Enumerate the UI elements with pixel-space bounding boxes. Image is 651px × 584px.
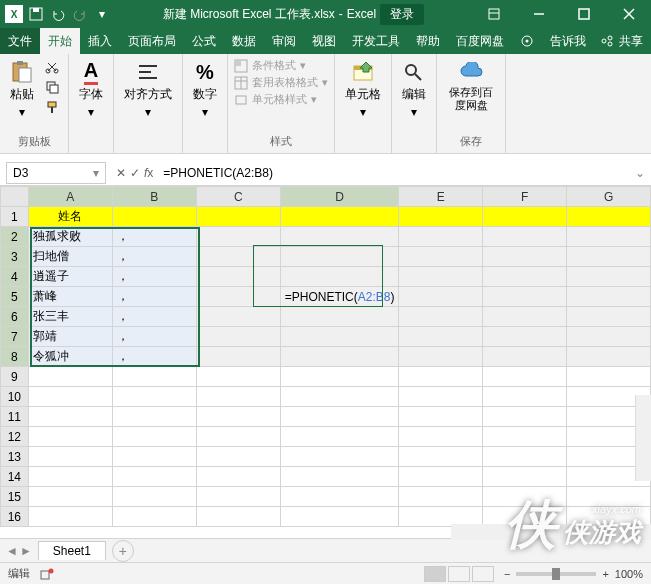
cell[interactable]: [112, 367, 196, 387]
cell[interactable]: [280, 247, 399, 267]
cell[interactable]: [196, 347, 280, 367]
cell[interactable]: [280, 327, 399, 347]
close-icon[interactable]: [606, 0, 651, 28]
cell[interactable]: [280, 267, 399, 287]
cell[interactable]: [196, 367, 280, 387]
cell[interactable]: [196, 507, 280, 527]
cell[interactable]: [196, 427, 280, 447]
tab-view[interactable]: 视图: [304, 28, 344, 54]
row-header[interactable]: 5: [1, 287, 29, 307]
cell[interactable]: [280, 427, 399, 447]
row-header[interactable]: 8: [1, 347, 29, 367]
cell[interactable]: [399, 207, 483, 227]
cell[interactable]: [280, 347, 399, 367]
paste-button[interactable]: 粘贴 ▾: [6, 58, 38, 121]
tab-data[interactable]: 数据: [224, 28, 264, 54]
view-layout-icon[interactable]: [448, 566, 470, 582]
row-header[interactable]: 12: [1, 427, 29, 447]
cell[interactable]: ，: [112, 347, 196, 367]
column-header[interactable]: E: [399, 187, 483, 207]
format-painter-icon[interactable]: [42, 98, 62, 116]
tellme-icon[interactable]: [512, 28, 542, 54]
cell[interactable]: [567, 287, 651, 307]
save-baidu-button[interactable]: 保存到百度网盘: [443, 58, 499, 114]
cell[interactable]: [399, 307, 483, 327]
zoom-in-icon[interactable]: +: [602, 568, 608, 580]
cell[interactable]: [567, 327, 651, 347]
cell[interactable]: [567, 307, 651, 327]
tab-home[interactable]: 开始: [40, 28, 80, 54]
cell[interactable]: [112, 447, 196, 467]
login-button[interactable]: 登录: [380, 4, 424, 25]
cell[interactable]: [28, 447, 112, 467]
row-header[interactable]: 3: [1, 247, 29, 267]
cell[interactable]: [567, 247, 651, 267]
tab-insert[interactable]: 插入: [80, 28, 120, 54]
share-button[interactable]: 共享: [619, 33, 643, 50]
number-button[interactable]: % 数字 ▾: [189, 58, 221, 121]
cell[interactable]: [196, 247, 280, 267]
row-header[interactable]: 14: [1, 467, 29, 487]
row-header[interactable]: 13: [1, 447, 29, 467]
cell[interactable]: [112, 407, 196, 427]
worksheet-grid[interactable]: ABCDEFG 1姓名2独孤求败，3扫地僧，4逍遥子，5萧峰，=PHONETIC…: [0, 186, 651, 527]
table-format-button[interactable]: 套用表格格式▾: [234, 75, 328, 90]
cell[interactable]: [483, 427, 567, 447]
font-button[interactable]: A 字体 ▾: [75, 58, 107, 121]
cell[interactable]: [28, 407, 112, 427]
cell[interactable]: ，: [112, 307, 196, 327]
tab-formula[interactable]: 公式: [184, 28, 224, 54]
row-header[interactable]: 4: [1, 267, 29, 287]
cell[interactable]: [567, 267, 651, 287]
cell[interactable]: 扫地僧: [28, 247, 112, 267]
tab-dev[interactable]: 开发工具: [344, 28, 408, 54]
row-header[interactable]: 15: [1, 487, 29, 507]
cell[interactable]: [28, 507, 112, 527]
cell[interactable]: [28, 387, 112, 407]
cell[interactable]: [196, 267, 280, 287]
cell[interactable]: [483, 247, 567, 267]
cell[interactable]: [399, 347, 483, 367]
cell[interactable]: [483, 307, 567, 327]
cell[interactable]: [196, 287, 280, 307]
ribbon-options-icon[interactable]: [471, 0, 516, 28]
cell[interactable]: [280, 467, 399, 487]
row-header[interactable]: 6: [1, 307, 29, 327]
sheet-tab[interactable]: Sheet1: [38, 541, 106, 560]
cell[interactable]: [399, 327, 483, 347]
cell[interactable]: [483, 407, 567, 427]
cell[interactable]: 张三丰: [28, 307, 112, 327]
row-header[interactable]: 10: [1, 387, 29, 407]
cell[interactable]: [399, 447, 483, 467]
column-header[interactable]: C: [196, 187, 280, 207]
cancel-formula-icon[interactable]: ✕: [116, 166, 126, 180]
tab-layout[interactable]: 页面布局: [120, 28, 184, 54]
cell[interactable]: [483, 227, 567, 247]
zoom-level[interactable]: 100%: [615, 568, 643, 580]
cell[interactable]: [483, 467, 567, 487]
enter-formula-icon[interactable]: ✓: [130, 166, 140, 180]
cell[interactable]: [28, 467, 112, 487]
cell[interactable]: [280, 227, 399, 247]
redo-icon[interactable]: [70, 4, 90, 24]
row-header[interactable]: 16: [1, 507, 29, 527]
cut-icon[interactable]: [42, 58, 62, 76]
row-header[interactable]: 9: [1, 367, 29, 387]
cell[interactable]: [196, 447, 280, 467]
cell[interactable]: 逍遥子: [28, 267, 112, 287]
cell[interactable]: [112, 427, 196, 447]
save-icon[interactable]: [26, 4, 46, 24]
cell[interactable]: [399, 407, 483, 427]
cell[interactable]: [399, 227, 483, 247]
cell[interactable]: [280, 307, 399, 327]
cell[interactable]: [399, 487, 483, 507]
view-normal-icon[interactable]: [424, 566, 446, 582]
cell[interactable]: [280, 207, 399, 227]
row-header[interactable]: 11: [1, 407, 29, 427]
fx-icon[interactable]: fx: [144, 166, 153, 180]
vertical-scrollbar[interactable]: [635, 395, 651, 481]
column-header[interactable]: A: [28, 187, 112, 207]
cell[interactable]: ，: [112, 287, 196, 307]
cell[interactable]: 令狐冲: [28, 347, 112, 367]
cell[interactable]: [399, 427, 483, 447]
